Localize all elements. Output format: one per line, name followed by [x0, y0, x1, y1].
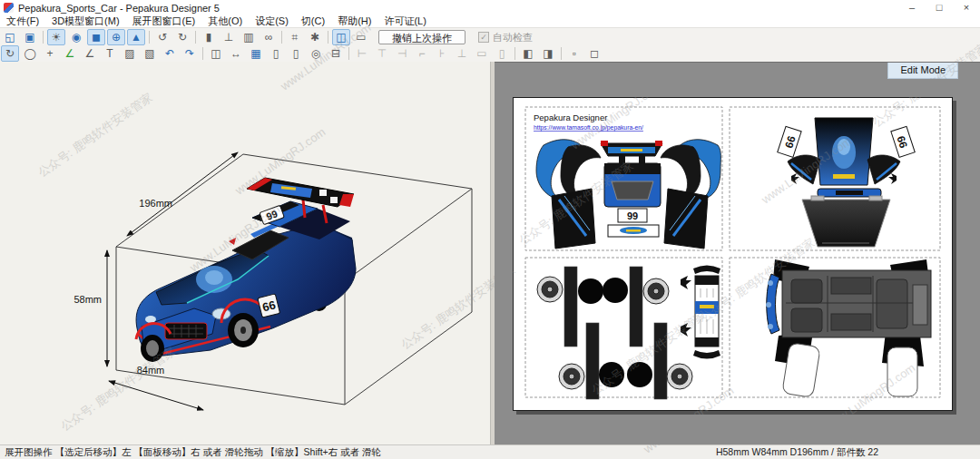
sheet-url-link[interactable]: https://www.tamasoft.co.jp/pepakura-en/: [534, 124, 643, 132]
link-icon[interactable]: ∞: [260, 29, 278, 45]
join-h-icon[interactable]: ▭: [473, 45, 491, 62]
move-parts-icon[interactable]: +: [41, 45, 59, 62]
toolbar-row1-icons: ◱▣☀◉◼⊕▲↺↻▮⊥▥∞⌗✱◫▭: [0, 29, 371, 45]
toolbar-row1: ◱▣☀◉◼⊕▲↺↻▮⊥▥∞⌗✱◫▭ 撤销上次操作 ✓ 自动检查: [0, 27, 980, 46]
distribute-v-icon[interactable]: ⊥: [453, 45, 471, 62]
minimize-button[interactable]: –: [898, 0, 926, 15]
align-flag-icon[interactable]: ⌐: [413, 45, 431, 62]
toolbar-separator: [149, 31, 150, 44]
part-rear-body[interactable]: 99: [601, 141, 662, 237]
toolbar-separator: [43, 31, 44, 44]
pages-icon[interactable]: ◫: [207, 45, 225, 62]
toolbar-row2-icons: ↻◯+∠∠T▨▧↶↷◫↔▦▯▯◎⊟⊢⊤⊣⌐⊦⊥▭▯◧◨▫◻: [0, 45, 604, 62]
part-right-door-panel[interactable]: [664, 189, 708, 249]
texture-icon[interactable]: ▥: [240, 29, 258, 45]
viewport-3d[interactable]: 196mm 58mm 84mm: [0, 62, 491, 444]
dimension-width-label: 84mm: [137, 365, 165, 376]
part-small-clip-right[interactable]: [888, 173, 897, 184]
part-chassis[interactable]: [773, 259, 931, 397]
toolbar-separator: [514, 47, 515, 60]
pattern-pane[interactable]: Edit Mode: [495, 62, 980, 445]
part-clip-top[interactable]: [681, 276, 691, 289]
menu-cut[interactable]: 切(C): [295, 15, 331, 27]
print-icon[interactable]: ⊟: [327, 45, 345, 62]
rotate-select-icon[interactable]: ↻: [1, 45, 19, 62]
part-blue-bracket[interactable]: [766, 274, 779, 334]
part-clip-bottom[interactable]: [681, 323, 691, 337]
menu-settings[interactable]: 设定(S): [249, 15, 295, 27]
select-region-icon[interactable]: ◻: [585, 45, 603, 62]
image-tool-icon[interactable]: ▨: [121, 45, 139, 62]
status-hint-text: 展开图操作 【选定后移动】左 【面板移动】右 或者 滑轮拖动 【缩放】Shift…: [5, 446, 381, 459]
toolbar-separator: [202, 47, 203, 60]
part-small-clip-left[interactable]: [791, 173, 799, 184]
toolbar-separator: [195, 31, 196, 44]
align-right-icon[interactable]: ⊣: [393, 45, 411, 62]
menu-help[interactable]: 帮助(H): [331, 15, 377, 27]
scale-parts-icon[interactable]: ↔: [227, 45, 245, 62]
sheet-title: Pepakura Designer: [534, 112, 607, 122]
figure-icon[interactable]: ⊥: [220, 29, 238, 45]
part-windshield[interactable]: [802, 196, 890, 247]
text-tool-icon[interactable]: T: [101, 45, 119, 62]
cylinder-icon[interactable]: ▮: [200, 29, 218, 45]
redo-icon[interactable]: ↷: [181, 45, 199, 62]
edge-color-icon[interactable]: ∠: [61, 45, 79, 62]
status-model-size: H58mm W84mm D196mm / 部件数 22: [716, 446, 878, 459]
join-v-icon[interactable]: ▯: [493, 45, 511, 62]
dimension-length-label: 196mm: [139, 198, 172, 209]
capture-icon[interactable]: ◎: [307, 45, 325, 62]
select-options-icon[interactable]: ✱: [306, 29, 324, 45]
align-left-icon[interactable]: ⊢: [353, 45, 371, 62]
select-area-icon[interactable]: ⌗: [286, 29, 304, 45]
menu-model-window-3d[interactable]: 3D模型窗口(M): [45, 15, 126, 27]
distribute-h-icon[interactable]: ⊦: [433, 45, 451, 62]
close-button[interactable]: ×: [953, 0, 980, 15]
menu-pattern-window[interactable]: 展开图窗口(E): [126, 15, 202, 27]
auto-check-checkbox[interactable]: ✓ 自动检查: [478, 31, 533, 44]
part-hood[interactable]: [815, 118, 873, 185]
part-spoiler-strip[interactable]: [693, 266, 720, 359]
pattern-sheet[interactable]: Pepakura Designer https://www.tamasoft.c…: [513, 97, 953, 411]
car-3d-model[interactable]: 196mm 58mm 84mm: [0, 62, 490, 444]
part-left-door-panel[interactable]: [552, 189, 595, 249]
page-setup-icon[interactable]: ▯: [267, 45, 285, 62]
menu-others[interactable]: 其他(O): [201, 15, 249, 27]
undo-icon[interactable]: ↶: [161, 45, 179, 62]
flip-vertical-icon[interactable]: ◨: [539, 45, 557, 62]
align-top-icon[interactable]: ⊤: [373, 45, 391, 62]
light-icon[interactable]: ☀: [47, 29, 65, 45]
title-bar: Pepakura_Sports_Car - Pepakura Designer …: [0, 0, 980, 15]
menu-file[interactable]: 文件(F): [0, 15, 45, 27]
two-pane-layout-icon[interactable]: ◫: [332, 29, 350, 45]
select-all-parts-icon[interactable]: ▫: [565, 45, 583, 62]
save-file-icon[interactable]: ▣: [21, 29, 39, 45]
undo-last-operation-button[interactable]: 撤销上次操作: [378, 30, 466, 44]
box-tool-icon[interactable]: ▧: [141, 45, 159, 62]
main-area: 196mm 58mm 84mm: [0, 62, 980, 444]
rotate-right-icon[interactable]: ↻: [173, 29, 191, 45]
part-number-plate-right[interactable]: 66: [891, 126, 915, 157]
edge-edit-icon[interactable]: ∠: [81, 45, 99, 62]
toolbar-separator: [348, 47, 349, 60]
edit-mode-button[interactable]: Edit Mode: [887, 63, 958, 79]
normal-view-icon[interactable]: ▲: [127, 29, 145, 45]
single-pane-layout-icon[interactable]: ▭: [352, 29, 370, 45]
part-number-plate-left[interactable]: 66: [778, 126, 801, 157]
pattern-roof-number: 99: [627, 210, 638, 221]
wireframe-view-icon[interactable]: ⊕: [107, 29, 125, 45]
checkbox-icon: ✓: [478, 32, 489, 43]
solid-view-icon[interactable]: ◼: [87, 29, 105, 45]
maximize-button[interactable]: □: [926, 0, 953, 15]
ellipse-select-icon[interactable]: ◯: [21, 45, 39, 62]
page-add-icon[interactable]: ▯: [287, 45, 305, 62]
rotate-left-icon[interactable]: ↺: [153, 29, 172, 45]
menu-bar: 文件(F)3D模型窗口(M)展开图窗口(E)其他(O)设定(S)切(C)帮助(H…: [0, 15, 980, 27]
menu-license[interactable]: 许可证(L): [377, 15, 432, 27]
toolbar-row2: ↻◯+∠∠T▨▧↶↷◫↔▦▯▯◎⊟⊢⊤⊣⌐⊦⊥▭▯◧◨▫◻: [0, 45, 980, 63]
grid-icon[interactable]: ▦: [247, 45, 265, 62]
flip-horizontal-icon[interactable]: ◧: [519, 45, 537, 62]
app-icon: [4, 3, 14, 13]
rotate-view-icon[interactable]: ◉: [67, 29, 85, 45]
open-file-icon[interactable]: ◱: [1, 29, 19, 45]
